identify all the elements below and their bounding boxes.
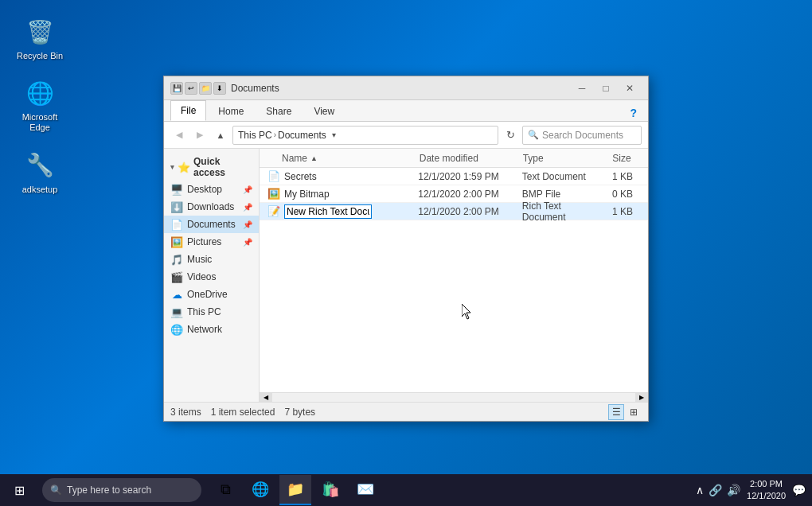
sidebar-documents-label: Documents [187,219,236,230]
sidebar-item-this-pc[interactable]: 💻 This PC [164,303,259,321]
adksetup-label: adksetup [22,185,58,195]
help-button[interactable]: ? [625,105,642,121]
edge-label: Microsoft Edge [12,112,68,133]
forward-button[interactable]: ▶ [191,127,209,144]
taskbar-search-placeholder: Type here to search [67,485,151,496]
scroll-right-button[interactable]: ▶ [635,393,648,403]
selection-status: 1 item selected [211,407,275,418]
details-view-button[interactable]: ☰ [608,404,624,420]
downloads-pin-icon: 📌 [243,203,252,212]
col-type-header[interactable]: Type [517,153,607,164]
new-rich-text-file-icon: 📝 [267,205,280,218]
scroll-left-button[interactable]: ◀ [260,393,272,403]
recycle-bin-icon[interactable]: 🗑️ Recycle Bin [12,16,68,61]
quick-access-arrow: ▾ [170,163,174,171]
clock-date: 12/1/2020 [747,490,786,502]
sidebar-item-network[interactable]: 🌐 Network [164,321,259,338]
sidebar-videos-label: Videos [187,271,216,282]
clock-time: 2:00 PM [747,478,786,490]
taskbar-search[interactable]: 🔍 Type here to search [42,478,201,502]
sidebar-item-desktop[interactable]: 🖥️ Desktop 📌 [164,181,259,198]
sidebar-item-documents[interactable]: 📄 Documents 📌 [164,216,259,233]
rename-input[interactable] [284,204,372,219]
window-title: Documents [231,83,570,94]
adksetup-icon[interactable]: 🔧 adksetup [12,150,68,195]
col-date-header[interactable]: Date modified [413,153,517,164]
tray-network-icon[interactable]: 🔗 [709,484,722,496]
tray-chevron[interactable]: ∧ [696,484,704,496]
main-area: ▾ ⭐ Quick access 🖥️ Desktop 📌 ⬇️ Downloa… [164,149,648,402]
microsoft-edge-icon[interactable]: 🌐 Microsoft Edge [12,77,68,133]
tray-icons: ∧ 🔗 🔊 [696,484,740,496]
taskbar-taskview[interactable]: ⧉ [209,475,241,505]
documents-pin-icon: 📌 [243,220,252,229]
file-list: Name ▲ Date modified Type Size [260,149,648,392]
videos-sidebar-icon: 🎬 [170,271,183,283]
undo-icon-btn[interactable]: ↩ [185,82,197,95]
window-controls: ─ □ ✕ [570,76,642,100]
breadcrumb: This PC › Documents [238,130,326,141]
taskbar-fileexplorer[interactable]: 📁 [279,475,311,505]
size-status: 7 bytes [284,407,315,418]
taskbar-store[interactable]: 🛍️ [314,475,346,505]
search-icon: 🔍 [528,130,539,140]
recycle-bin-label: Recycle Bin [17,51,63,61]
taskbar-edge[interactable]: 🌐 [244,475,276,505]
sidebar-item-downloads[interactable]: ⬇️ Downloads 📌 [164,198,259,216]
file-row-new-rich-text[interactable]: 📝 12/1/2020 2:00 PM Rich Text Document 1… [260,203,648,220]
sidebar-music-label: Music [187,254,212,265]
notification-icon[interactable]: 💬 [792,484,806,496]
properties-btn[interactable]: ⬇ [213,82,226,95]
search-box[interactable]: 🔍 Search Documents [522,126,642,145]
documents-crumb[interactable]: Documents [278,130,326,141]
title-bar-quick-access: 💾 ↩ 📁 ⬇ [170,82,226,95]
taskbar-mail[interactable]: ✉️ [349,475,381,505]
new-folder-btn[interactable]: 📁 [199,82,212,95]
close-button[interactable]: ✕ [618,76,642,100]
taskbar-apps: ⧉ 🌐 📁 🛍️ ✉️ [209,475,381,505]
secrets-date: 12/1/2020 1:59 PM [412,171,516,182]
refresh-button[interactable]: ↻ [502,127,519,144]
col-name-header[interactable]: Name ▲ [260,153,413,164]
quick-access-header[interactable]: ▾ ⭐ Quick access [164,154,259,181]
col-size-header[interactable]: Size [606,153,648,164]
path-dropdown[interactable]: ▾ [326,126,342,145]
tab-home[interactable]: Home [208,101,254,121]
music-sidebar-icon: 🎵 [170,253,183,266]
tab-file[interactable]: File [170,100,206,121]
file-row-secrets[interactable]: 📄 Secrets 12/1/2020 1:59 PM Text Documen… [260,168,648,185]
scroll-track[interactable] [272,393,635,402]
quick-access-label: Quick access [193,156,252,178]
tab-view[interactable]: View [303,101,345,121]
taskbar-clock[interactable]: 2:00 PM 12/1/2020 [747,478,786,503]
up-button[interactable]: ▲ [212,127,229,144]
desktop-pin-icon: 📌 [243,185,252,194]
maximize-button[interactable]: □ [594,76,618,100]
status-right: ☰ ⊞ [608,404,642,420]
tab-share[interactable]: Share [256,101,302,121]
sidebar-onedrive-label: OneDrive [187,289,228,300]
large-icons-view-button[interactable]: ⊞ [626,404,642,420]
path-separator-1: › [274,130,276,139]
save-icon-btn[interactable]: 💾 [170,82,183,95]
sidebar-item-pictures[interactable]: 🖼️ Pictures 📌 [164,233,259,251]
new-rich-text-size: 1 KB [606,206,648,217]
address-bar: ◀ ▶ ▲ This PC › Documents ▾ ↻ 🔍 Search D… [164,122,648,149]
sidebar-network-label: Network [187,324,222,335]
sidebar-item-music[interactable]: 🎵 Music [164,251,259,268]
taskbar-search-icon: 🔍 [50,485,62,496]
taskbar: ⊞ 🔍 Type here to search ⧉ 🌐 📁 🛍️ ✉️ ∧ 🔗 … [0,474,812,506]
sidebar-item-videos[interactable]: 🎬 Videos [164,268,259,286]
this-pc-crumb[interactable]: This PC [238,130,272,141]
onedrive-sidebar-icon: ☁ [170,288,183,301]
horizontal-scrollbar[interactable]: ◀ ▶ [260,392,648,402]
tray-volume-icon[interactable]: 🔊 [727,484,740,496]
documents-sidebar-icon: 📄 [170,218,183,231]
address-path[interactable]: This PC › Documents ▾ [232,126,498,145]
sidebar-item-onedrive[interactable]: ☁ OneDrive [164,286,259,303]
minimize-button[interactable]: ─ [570,76,594,100]
back-button[interactable]: ◀ [170,127,188,144]
start-button[interactable]: ⊞ [0,474,38,506]
secrets-name-cell: 📄 Secrets [260,170,412,183]
my-bitmap-name-cell: 🖼️ My Bitmap [260,188,412,200]
